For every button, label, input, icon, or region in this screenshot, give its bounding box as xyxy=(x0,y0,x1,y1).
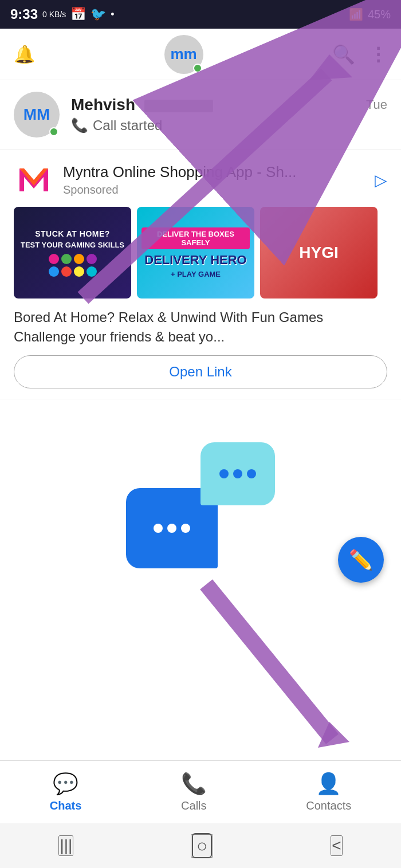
battery-icon: 45% xyxy=(368,8,391,21)
chat-info-mehvish: Mehvish Tue 📞 Call started xyxy=(71,96,387,133)
system-back-button[interactable]: < xyxy=(331,835,342,856)
chat-list: MM Mehvish Tue 📞 Call started xyxy=(0,80,401,150)
chat-item-mehvish[interactable]: MM Mehvish Tue 📞 Call started xyxy=(0,80,401,150)
call-icon: 📞 xyxy=(71,117,88,133)
home-icon: ○ xyxy=(192,833,212,858)
avatar-text: mm xyxy=(170,45,196,63)
ad-header: Myntra Online Shopping App - Sh... Spons… xyxy=(14,160,387,200)
system-nav-bar: ||| ○ < xyxy=(0,823,401,868)
chat-time: Tue xyxy=(366,97,387,112)
chat-name: Mehvish xyxy=(71,96,213,114)
ad-sponsored: Sponsored xyxy=(63,183,375,197)
more-options-button[interactable]: ⋮ xyxy=(369,44,387,65)
calendar-icon: 📅 xyxy=(70,7,86,22)
app-header: 🔔 mm 🔍 ⋮ xyxy=(0,29,401,80)
wifi-icon: 📶 xyxy=(349,7,363,21)
nav-item-contacts[interactable]: 👤 Contacts xyxy=(306,772,351,812)
myntra-logo-svg xyxy=(14,160,54,200)
search-icon: 🔍 xyxy=(332,44,355,65)
dot-indicator: • xyxy=(111,9,114,21)
user-avatar[interactable]: mm xyxy=(164,35,203,74)
contacts-nav-icon: 👤 xyxy=(316,772,341,796)
ad-logo xyxy=(14,160,54,200)
calls-nav-label: Calls xyxy=(181,799,206,812)
ad-title-area: Myntra Online Shopping App - Sh... Spons… xyxy=(63,163,375,197)
ad-play-icon[interactable]: ▷ xyxy=(375,171,387,190)
empty-area: ✏️ xyxy=(0,399,401,594)
ad-title: Myntra Online Shopping App - Sh... xyxy=(63,163,375,181)
nav-item-chats[interactable]: 💬 Chats xyxy=(50,772,82,812)
twitter-icon: 🐦 xyxy=(91,7,106,22)
notification-bell-button[interactable]: 🔔 xyxy=(14,44,35,64)
chat-online-dot xyxy=(49,127,58,136)
compose-fab[interactable]: ✏️ xyxy=(338,537,384,583)
open-link-button[interactable]: Open Link xyxy=(14,355,387,388)
ad-section: Myntra Online Shopping App - Sh... Spons… xyxy=(0,150,401,399)
ad-image-2[interactable]: DELIVER THE BOXES SAFELY DELIVERY HERO +… xyxy=(137,207,254,299)
bell-icon: 🔔 xyxy=(14,44,35,64)
ad-body-text: Bored At Home? Relax & Unwind With Fun G… xyxy=(14,308,387,346)
calls-nav-icon: 📞 xyxy=(181,772,207,796)
search-button[interactable]: 🔍 xyxy=(332,44,355,65)
chats-nav-icon: 💬 xyxy=(53,772,78,796)
name-redact-bar xyxy=(144,100,213,112)
ad-images: STUCK AT HOME? TEST YOUR GAMING SKILLS xyxy=(14,207,387,299)
ad-image-1[interactable]: STUCK AT HOME? TEST YOUR GAMING SKILLS xyxy=(14,207,131,299)
more-icon: ⋮ xyxy=(369,44,387,65)
status-time: 9:33 xyxy=(10,6,38,22)
chat-avatar-mehvish: MM xyxy=(14,92,60,138)
status-bar: 9:33 0 KB/s 📅 🐦 • 📶 45% xyxy=(0,0,401,29)
online-status-dot xyxy=(193,64,202,73)
back-icon: < xyxy=(332,836,341,854)
main-content: MM Mehvish Tue 📞 Call started xyxy=(0,80,401,760)
nav-item-calls[interactable]: 📞 Calls xyxy=(181,772,207,812)
ad-image-3[interactable]: HYGI xyxy=(260,207,378,299)
bubble-cyan xyxy=(200,442,275,505)
contacts-nav-label: Contacts xyxy=(306,799,351,812)
menu-icon: ||| xyxy=(60,836,72,854)
status-network: 0 KB/s xyxy=(42,10,66,18)
chat-preview: 📞 Call started xyxy=(71,117,387,133)
bottom-nav: 💬 Chats 📞 Calls 👤 Contacts xyxy=(0,760,401,823)
compose-icon: ✏️ xyxy=(349,548,373,571)
chats-nav-label: Chats xyxy=(50,799,82,812)
system-menu-button[interactable]: ||| xyxy=(58,835,73,856)
system-home-button[interactable]: ○ xyxy=(191,834,213,858)
